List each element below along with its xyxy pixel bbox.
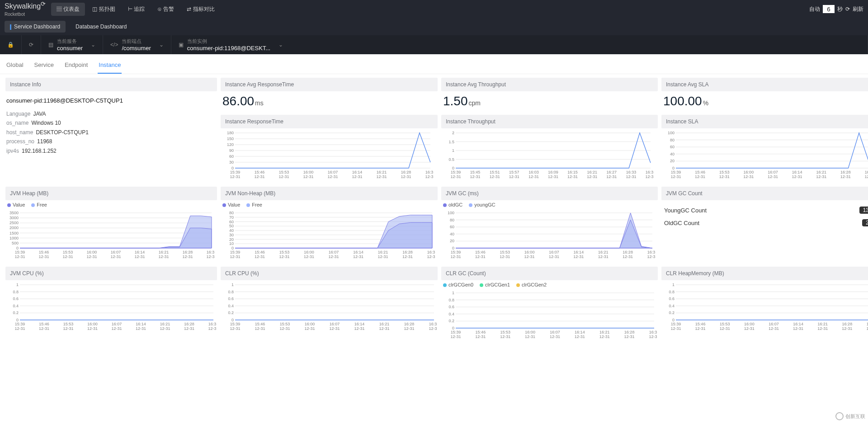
svg-text:12-31: 12-31 bbox=[377, 254, 388, 259]
refresh-seconds-input[interactable] bbox=[823, 5, 835, 13]
topnav-item[interactable]: ⇄ 指标对比 bbox=[181, 3, 220, 16]
svg-text:12-31: 12-31 bbox=[549, 254, 559, 259]
svg-text:30: 30 bbox=[229, 160, 234, 164]
svg-text:40: 40 bbox=[670, 152, 675, 156]
topnav-item[interactable]: ⊙ 告警 bbox=[152, 3, 179, 16]
svg-text:12-31: 12-31 bbox=[606, 174, 617, 179]
svg-text:16:14: 16:14 bbox=[353, 250, 363, 254]
chart-throughput: 00.511.5215:3912-3115:4512-3115:5112-311… bbox=[441, 128, 658, 183]
svg-text:15:39: 15:39 bbox=[451, 170, 461, 174]
svg-text:12-31: 12-31 bbox=[184, 326, 194, 331]
svg-text:15:53: 15:53 bbox=[500, 330, 510, 334]
svg-text:16:35: 16:35 bbox=[207, 250, 214, 254]
svg-text:12-31: 12-31 bbox=[587, 174, 597, 179]
svg-text:15:39: 15:39 bbox=[671, 170, 681, 174]
svg-text:12-31: 12-31 bbox=[354, 326, 364, 331]
svg-text:16:21: 16:21 bbox=[816, 170, 826, 174]
svg-text:40: 40 bbox=[450, 232, 454, 236]
instance-icon: ▣ bbox=[179, 42, 184, 48]
topnav-item[interactable]: ⊢ 追踪 bbox=[123, 3, 150, 16]
svg-text:12-31: 12-31 bbox=[793, 326, 803, 331]
instance-info: consumer-pid:11968@DESKTOP-C5TQUP1 Langu… bbox=[5, 91, 217, 158]
svg-text:12-31: 12-31 bbox=[425, 174, 433, 179]
chart-clrgc: 00.20.40.60.8115:3912-3115:4612-3115:531… bbox=[441, 288, 658, 343]
svg-text:16:07: 16:07 bbox=[328, 170, 338, 174]
svg-text:120: 120 bbox=[227, 142, 234, 147]
chart-nonheap: 0102030405060708015:3912-3115:4612-3115:… bbox=[221, 208, 438, 263]
svg-text:15:57: 15:57 bbox=[509, 170, 519, 174]
lock-button[interactable]: 🔒 bbox=[0, 35, 22, 54]
svg-text:12-31: 12-31 bbox=[39, 326, 49, 331]
svg-text:12-31: 12-31 bbox=[208, 326, 216, 331]
svg-text:12-31: 12-31 bbox=[528, 174, 539, 179]
svg-text:1: 1 bbox=[231, 282, 234, 287]
svg-text:0.2: 0.2 bbox=[669, 310, 675, 315]
topnav-item[interactable]: ◫ 拓扑图 bbox=[87, 3, 120, 16]
svg-text:12-31: 12-31 bbox=[429, 326, 437, 331]
svg-text:16:28: 16:28 bbox=[840, 170, 851, 174]
subtab-instance[interactable]: Instance bbox=[98, 59, 122, 74]
reload-button[interactable]: ⟳ bbox=[22, 35, 41, 54]
svg-text:12-31: 12-31 bbox=[695, 326, 706, 331]
svg-text:12-31: 12-31 bbox=[500, 334, 510, 339]
svg-text:12-31: 12-31 bbox=[840, 174, 851, 179]
svg-text:12-31: 12-31 bbox=[470, 174, 481, 179]
endpoint-selector[interactable]: </> 当前端点/comsumer ⌄ bbox=[103, 35, 171, 54]
svg-text:16:14: 16:14 bbox=[575, 330, 585, 334]
refresh-icon[interactable]: ⟳ bbox=[845, 6, 850, 12]
svg-text:12-31: 12-31 bbox=[575, 334, 585, 339]
svg-text:12-31: 12-31 bbox=[230, 174, 240, 179]
svg-text:12-31: 12-31 bbox=[567, 174, 578, 179]
svg-text:12-31: 12-31 bbox=[500, 254, 510, 259]
svg-text:12-31: 12-31 bbox=[792, 174, 802, 179]
svg-text:12-31: 12-31 bbox=[62, 254, 73, 259]
svg-text:3500: 3500 bbox=[9, 211, 19, 215]
svg-text:60: 60 bbox=[229, 220, 234, 224]
instance-selector[interactable]: ▣ 当前实例consumer-pid:11968@DESKT... ⌄ bbox=[171, 35, 868, 54]
svg-text:16:28: 16:28 bbox=[401, 170, 411, 174]
service-selector[interactable]: ▤ 当前服务consumer ⌄ bbox=[41, 35, 103, 54]
subtab-endpoint[interactable]: Endpoint bbox=[64, 59, 89, 74]
svg-text:16:00: 16:00 bbox=[525, 330, 535, 334]
svg-text:0.2: 0.2 bbox=[228, 310, 234, 315]
svg-text:1: 1 bbox=[452, 291, 454, 295]
chart-jvmgc: 02040608010015:3912-3115:4612-3115:5312-… bbox=[441, 208, 658, 263]
svg-text:12-31: 12-31 bbox=[255, 254, 265, 259]
dashboard-tab[interactable]: Database Dashboard bbox=[70, 21, 132, 33]
svg-text:16:28: 16:28 bbox=[624, 330, 635, 334]
svg-text:0.5: 0.5 bbox=[448, 157, 454, 162]
topnav-item[interactable]: ▤ 仪表盘 bbox=[51, 3, 85, 16]
svg-text:12-31: 12-31 bbox=[353, 254, 363, 259]
svg-text:12-31: 12-31 bbox=[866, 326, 868, 331]
subtab-global[interactable]: Global bbox=[5, 59, 24, 74]
svg-text:12-31: 12-31 bbox=[327, 174, 338, 179]
svg-text:12-31: 12-31 bbox=[304, 326, 315, 331]
svg-text:15:53: 15:53 bbox=[719, 170, 730, 174]
svg-text:20: 20 bbox=[670, 159, 675, 163]
refresh-label[interactable]: 刷新 bbox=[853, 5, 863, 13]
svg-text:12-31: 12-31 bbox=[744, 326, 755, 331]
svg-text:12-31: 12-31 bbox=[182, 254, 193, 259]
card-title: JVM GC (ms) bbox=[441, 187, 658, 200]
card-title: JVM GC Count bbox=[661, 187, 868, 200]
svg-text:16:28: 16:28 bbox=[183, 250, 193, 254]
svg-text:12-31: 12-31 bbox=[599, 334, 610, 339]
svg-text:15:46: 15:46 bbox=[695, 322, 706, 326]
svg-text:16:35: 16:35 bbox=[647, 250, 655, 254]
svg-text:12-31: 12-31 bbox=[63, 326, 73, 331]
dashboard-tab[interactable]: Service Dashboard bbox=[5, 21, 66, 33]
avg-throughput-value: 1.50cpm bbox=[441, 91, 658, 111]
card-title: Instance ResponseTime bbox=[221, 115, 438, 128]
svg-text:12-31: 12-31 bbox=[598, 254, 609, 259]
svg-text:16:14: 16:14 bbox=[136, 322, 146, 326]
svg-text:12-31: 12-31 bbox=[842, 326, 852, 331]
svg-text:16:14: 16:14 bbox=[354, 322, 365, 326]
svg-text:1: 1 bbox=[452, 148, 454, 153]
service-icon: ▤ bbox=[48, 42, 53, 48]
svg-text:15:45: 15:45 bbox=[470, 170, 481, 174]
svg-text:16:35: 16:35 bbox=[649, 330, 657, 334]
subtab-service[interactable]: Service bbox=[33, 59, 55, 74]
svg-text:16:00: 16:00 bbox=[305, 322, 315, 326]
svg-text:0.6: 0.6 bbox=[228, 296, 234, 301]
chevron-down-icon: ⌄ bbox=[159, 42, 164, 48]
